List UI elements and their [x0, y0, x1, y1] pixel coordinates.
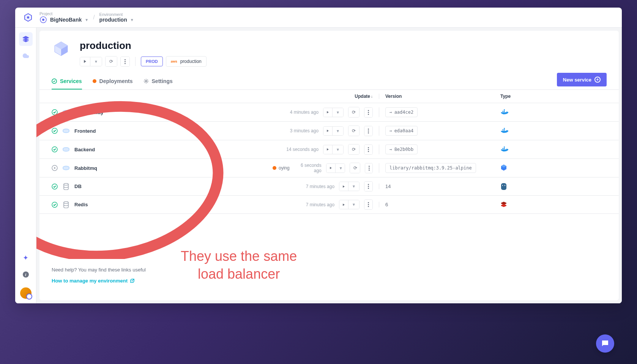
table-row[interactable]: Frontend 3 minutes ago ▼ ⟳ ⊸eda0aa4	[39, 122, 619, 140]
status-pending-icon	[52, 165, 58, 171]
plus-icon: ✦	[23, 254, 28, 262]
row-redeploy-button[interactable]: ⟳	[348, 107, 359, 117]
row-more-button[interactable]	[364, 126, 372, 136]
sort-arrow-icon: ↓	[371, 94, 373, 99]
services-table: Update↓ Version Type API gateway 4 minut…	[39, 90, 619, 214]
version-tag[interactable]: library/rabbitmq:3.9.25-alpine	[385, 163, 476, 173]
table-row[interactable]: Redis 7 minutes ago ▼ 6	[39, 196, 619, 214]
status-ok-icon	[52, 146, 58, 152]
row-more-button[interactable]	[364, 145, 372, 154]
project-selector[interactable]: BigNeoBank ▼	[39, 16, 88, 24]
chat-widget[interactable]	[596, 334, 614, 353]
play-icon	[343, 185, 345, 188]
status-ok-icon	[52, 128, 58, 134]
update-time: 7 minutes ago	[306, 202, 334, 207]
play-icon	[327, 130, 329, 132]
col-header-update[interactable]: Update↓	[273, 94, 379, 99]
table-row[interactable]: API gateway 4 minutes ago ▼ ⟳ ⊸aad4ce2	[39, 103, 619, 122]
sidebar-item-info[interactable]: i	[19, 268, 33, 281]
sidebar-item-add[interactable]: ✦	[19, 251, 33, 265]
row-play-dropdown[interactable]: ▼	[333, 127, 343, 135]
breadcrumb: Project BigNeoBank ▼ / Environment produ…	[39, 11, 134, 24]
sidebar-item-environments[interactable]	[19, 32, 33, 46]
cycle-icon: ⟳	[352, 128, 356, 133]
col-header-version: Version	[379, 94, 500, 99]
row-play-button[interactable]	[323, 127, 333, 135]
update-time: 6 seconds ago	[294, 163, 322, 173]
app-logo[interactable]	[23, 12, 33, 23]
environment-name: production	[99, 17, 127, 23]
cycle-icon: ⟳	[352, 147, 356, 152]
more-button[interactable]	[121, 57, 129, 66]
row-more-button[interactable]	[364, 200, 372, 209]
dots-vertical-icon	[368, 129, 369, 133]
type-icon-container	[500, 164, 508, 172]
redeploy-button[interactable]: ⟳	[106, 56, 117, 66]
row-more-button[interactable]	[365, 163, 373, 173]
chevron-down-icon: ▼	[130, 18, 134, 22]
table-row[interactable]: Rabbitmq oying 6 seconds ago ▼ ⟳ library…	[39, 159, 619, 177]
row-play-dropdown[interactable]: ▼	[348, 200, 359, 209]
play-icon	[84, 60, 86, 63]
update-time: 14 seconds ago	[286, 147, 318, 152]
version-text: 14	[385, 184, 391, 189]
play-dropdown-button[interactable]: ▼	[90, 57, 102, 66]
plus-circle-icon: +	[594, 77, 601, 83]
row-redeploy-button[interactable]: ⟳	[350, 163, 360, 173]
row-play-button[interactable]	[323, 108, 333, 117]
row-play-button[interactable]	[326, 164, 336, 173]
service-icon	[62, 108, 70, 116]
row-play-button[interactable]	[339, 200, 348, 209]
row-play-dropdown[interactable]: ▼	[333, 145, 343, 154]
cycle-icon: ⟳	[353, 165, 357, 171]
environment-label: Environment	[99, 12, 134, 17]
row-more-button[interactable]	[364, 108, 372, 117]
tab-deployments[interactable]: Deployments	[93, 74, 133, 89]
new-service-label: New service	[563, 77, 591, 83]
type-icon-docker	[500, 108, 508, 116]
svg-point-5	[145, 80, 147, 82]
environment-selector[interactable]: production ▼	[99, 17, 134, 23]
row-more-button[interactable]	[364, 182, 372, 191]
status-ok-icon	[52, 109, 58, 115]
row-play-dropdown[interactable]: ▼	[336, 164, 345, 173]
new-service-button[interactable]: New service +	[557, 73, 607, 86]
svg-point-0	[27, 16, 29, 19]
commit-icon: ⊸	[389, 147, 392, 152]
row-play-dropdown[interactable]: ▼	[333, 108, 343, 117]
svg-point-20	[64, 201, 68, 203]
update-time: 7 minutes ago	[306, 184, 334, 189]
dots-vertical-icon	[368, 202, 369, 207]
row-redeploy-button[interactable]: ⟳	[348, 144, 359, 154]
user-avatar[interactable]	[20, 287, 32, 299]
help-link[interactable]: How to manage my environment	[52, 278, 607, 284]
commit-tag[interactable]: ⊸eda0aa4	[385, 126, 418, 136]
svg-point-13	[54, 167, 55, 169]
play-button[interactable]	[80, 57, 90, 66]
type-icon-docker	[500, 127, 508, 135]
tab-services[interactable]: Services	[52, 74, 82, 89]
cycle-icon: ⟳	[109, 59, 113, 64]
play-icon	[343, 204, 345, 206]
row-redeploy-button[interactable]: ⟳	[348, 126, 359, 136]
svg-point-18	[505, 185, 505, 186]
sidebar-item-cloud[interactable]	[19, 49, 33, 63]
row-play-button[interactable]	[339, 182, 348, 191]
commit-tag[interactable]: ⊸aad4ce2	[385, 107, 418, 117]
svg-point-17	[502, 185, 503, 186]
project-label: Project	[39, 11, 88, 16]
row-play-dropdown[interactable]: ▼	[348, 182, 359, 191]
table-row[interactable]: DB 7 minutes ago ▼ 14	[39, 177, 619, 196]
commit-tag[interactable]: ⊸8e2b0bb	[385, 144, 418, 154]
row-play-button[interactable]	[323, 145, 333, 154]
project-name: BigNeoBank	[50, 17, 82, 23]
table-row[interactable]: Backend 14 seconds ago ▼ ⟳ ⊸8e2b0bb	[39, 140, 619, 159]
col-header-type: Type	[500, 94, 607, 99]
env-badge: PROD	[141, 56, 163, 66]
status-ok-icon	[52, 202, 58, 208]
type-icon-postgres	[500, 183, 508, 190]
page-header: production ▼ ⟳	[39, 40, 619, 73]
tab-settings[interactable]: Settings	[143, 74, 173, 89]
tab-label: Settings	[152, 78, 173, 84]
play-icon	[327, 111, 329, 113]
